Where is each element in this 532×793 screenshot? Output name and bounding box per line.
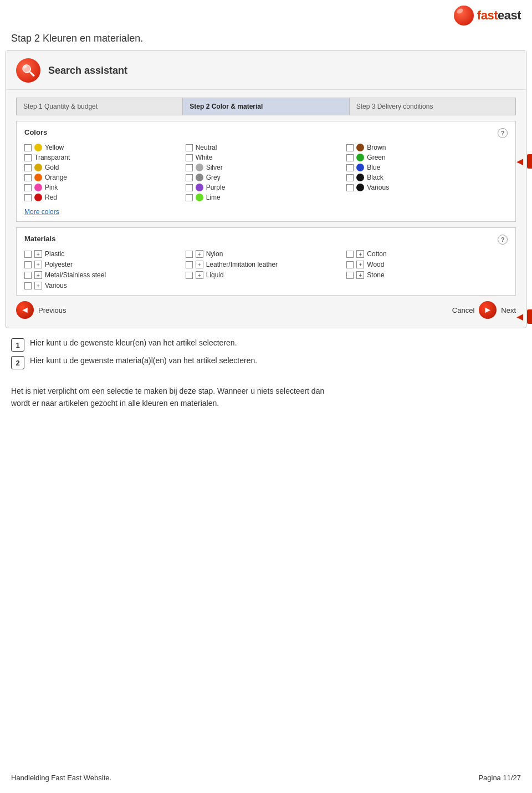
materials-section: Materials ? + Plastic + Nylon + Cotton — [16, 227, 516, 296]
color-brown-dot — [356, 144, 364, 151]
color-silver: Silver — [186, 164, 347, 171]
expand-plastic-icon[interactable]: + — [34, 250, 42, 258]
color-blue: Blue — [346, 164, 508, 171]
material-leather: + Leather/Imitation leather — [186, 261, 347, 268]
colors-title: Colors — [24, 128, 47, 138]
material-stone: + Stone — [346, 271, 508, 279]
color-pink-checkbox[interactable] — [24, 184, 32, 191]
color-orange-checkbox[interactable] — [24, 174, 32, 181]
material-wood-checkbox[interactable] — [346, 261, 354, 268]
step-1[interactable]: Step 1 Quantity & budget — [17, 98, 183, 115]
header: fasteast — [0, 0, 532, 28]
material-plastic: + Plastic — [24, 250, 186, 258]
color-yellow: Yellow — [24, 144, 186, 151]
page-title: Stap 2 Kleuren en materialen. — [0, 28, 532, 50]
materials-header: Materials ? — [24, 235, 508, 245]
material-polyester: + Polyester — [24, 261, 186, 268]
color-lime-dot — [196, 194, 203, 201]
color-brown-checkbox[interactable] — [346, 144, 354, 151]
body-text-line-2: wordt er naar artikelen gezocht in alle … — [11, 399, 219, 408]
color-various-checkbox[interactable] — [346, 184, 354, 191]
color-red: Red — [24, 194, 186, 201]
expand-nylon-icon[interactable]: + — [196, 250, 203, 258]
color-pink: Pink — [24, 184, 186, 191]
previous-button-icon[interactable]: ◄ — [16, 301, 34, 319]
steps-bar: Step 1 Quantity & budget Step 2 Color & … — [16, 98, 516, 115]
expand-leather-icon[interactable]: + — [196, 261, 203, 268]
material-liquid-checkbox[interactable] — [186, 272, 193, 279]
material-stone-checkbox[interactable] — [346, 272, 354, 279]
color-grey-dot — [196, 174, 203, 181]
annotation-bubble-1: 1 — [527, 154, 532, 169]
nav-right: Cancel ► Next — [452, 301, 516, 319]
annotation-text-2: Hier kunt u de gewenste materia(a)l(en) … — [30, 356, 257, 365]
color-red-dot — [34, 194, 42, 201]
colors-help-icon[interactable]: ? — [498, 128, 508, 138]
material-wood: + Wood — [346, 261, 508, 268]
material-various: + Various — [24, 282, 186, 289]
previous-label: Previous — [38, 306, 66, 314]
step-3[interactable]: Step 3 Delivery conditions — [350, 98, 515, 115]
next-label: Next — [501, 306, 516, 314]
expand-liquid-icon[interactable]: + — [196, 271, 203, 279]
assistant-header: Search assistant — [6, 50, 526, 90]
annotation-num-2: 2 — [11, 356, 24, 369]
colors-header: Colors ? — [24, 128, 508, 138]
annotation-text-1: Hier kunt u de gewenste kleur(en) van he… — [30, 338, 237, 347]
color-neutral-checkbox[interactable] — [186, 144, 193, 151]
color-transparant: Transparant — [24, 154, 186, 161]
color-blue-checkbox[interactable] — [346, 164, 354, 171]
footer-left: Handleiding Fast East Website. — [11, 774, 111, 782]
more-colors-link[interactable]: More colors — [24, 208, 59, 216]
expand-polyester-icon[interactable]: + — [34, 261, 42, 268]
color-purple-dot — [196, 184, 203, 191]
body-text: Het is niet verplicht om een selectie te… — [0, 379, 532, 415]
expand-cotton-icon[interactable]: + — [356, 250, 364, 258]
materials-help-icon[interactable]: ? — [498, 235, 508, 245]
color-white-checkbox[interactable] — [186, 154, 193, 161]
colors-section: Colors ? Yellow Neutral Brown — [16, 121, 516, 222]
color-transparant-checkbox[interactable] — [24, 154, 32, 161]
color-yellow-checkbox[interactable] — [24, 144, 32, 151]
colors-grid: Yellow Neutral Brown Transparant — [24, 144, 508, 201]
color-green-dot — [356, 154, 364, 161]
material-liquid: + Liquid — [186, 271, 347, 279]
material-leather-checkbox[interactable] — [186, 261, 193, 268]
color-gold-checkbox[interactable] — [24, 164, 32, 171]
color-orange-dot — [34, 174, 42, 181]
material-plastic-checkbox[interactable] — [24, 251, 32, 258]
expand-various-icon[interactable]: + — [34, 282, 42, 289]
annotation-row-2: 2 Hier kunt u de gewenste materia(a)l(en… — [11, 356, 521, 369]
expand-wood-icon[interactable]: + — [356, 261, 364, 268]
material-various-checkbox[interactable] — [24, 282, 32, 289]
color-various: Various — [346, 184, 508, 191]
color-grey-checkbox[interactable] — [186, 174, 193, 181]
expand-stone-icon[interactable]: + — [356, 271, 364, 279]
cancel-button[interactable]: Cancel — [452, 306, 474, 314]
color-orange: Orange — [24, 174, 186, 181]
material-metal: + Metal/Stainless steel — [24, 271, 186, 279]
color-purple-checkbox[interactable] — [186, 184, 193, 191]
material-nylon-checkbox[interactable] — [186, 251, 193, 258]
color-gold: Gold — [24, 164, 186, 171]
expand-metal-icon[interactable]: + — [34, 271, 42, 279]
color-silver-checkbox[interactable] — [186, 164, 193, 171]
step-2[interactable]: Step 2 Color & material — [183, 98, 349, 115]
color-white: White — [186, 154, 347, 161]
color-green-checkbox[interactable] — [346, 154, 354, 161]
color-neutral: Neutral — [186, 144, 347, 151]
annotation-row-1: 1 Hier kunt u de gewenste kleur(en) van … — [11, 338, 521, 352]
annotation-1-marker: ◄ 1 — [514, 154, 532, 169]
footer-right: Pagina 11/27 — [478, 774, 521, 782]
color-red-checkbox[interactable] — [24, 194, 32, 201]
material-polyester-checkbox[interactable] — [24, 261, 32, 268]
body-text-line-1: Het is niet verplicht om een selectie te… — [11, 387, 324, 395]
material-metal-checkbox[interactable] — [24, 272, 32, 279]
next-button-icon[interactable]: ► — [479, 301, 497, 319]
color-black-checkbox[interactable] — [346, 174, 354, 181]
color-purple: Purple — [186, 184, 347, 191]
color-lime-checkbox[interactable] — [186, 194, 193, 201]
logo-text: fasteast — [477, 8, 521, 23]
material-cotton-checkbox[interactable] — [346, 251, 354, 258]
color-gold-dot — [34, 164, 42, 171]
